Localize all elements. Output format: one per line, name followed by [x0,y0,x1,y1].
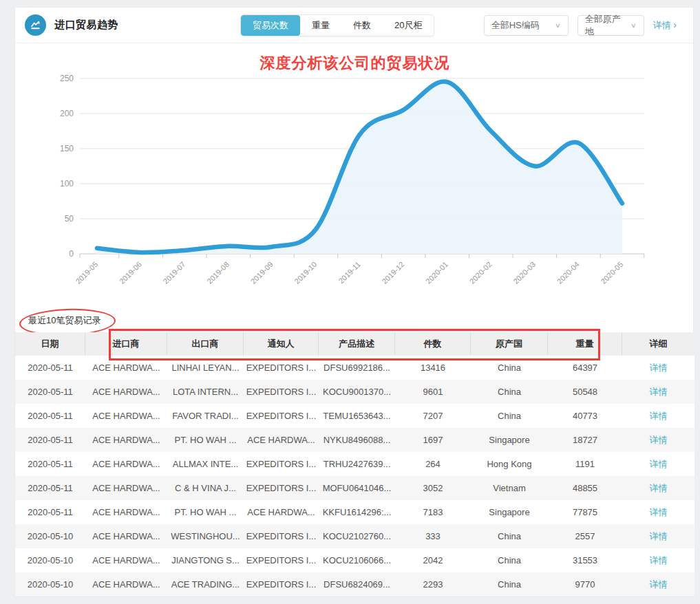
cell-notify: EXPEDITORS I... [244,476,319,500]
hs-code-select[interactable]: 全部HS编码 ∨ [484,15,569,36]
cell-exporter: PT. HO WAH ... [167,428,244,452]
table-row: 2020-05-10ACE HARDWA...ACE TRADING...EXP… [15,572,694,596]
cell-product: KKFU1614296:... [319,500,395,524]
cell-qty: 7207 [395,404,471,428]
cell-weight: 18727 [548,428,622,452]
cell-product: TRHU2427639... [319,452,395,476]
x-axis-tick-label: 2019-09 [249,260,275,285]
table-header-row: 日期 进口商 出口商 通知人 产品描述 件数 原产国 重量 详细 [15,332,694,356]
tab-trade-count[interactable]: 贸易次数 [241,15,300,36]
cell-weight: 9770 [548,572,622,596]
cell-product: KOCU2102760... [319,524,395,548]
row-detail-link[interactable]: 详情 [622,404,694,428]
tab-quantity[interactable]: 件数 [341,15,383,36]
col-header-date: 日期 [15,332,85,356]
area-fill [97,82,622,254]
cell-exporter: WESTINGHOU... [167,524,244,548]
cell-weight: 40773 [548,404,622,428]
cell-origin: Singapore [471,500,548,524]
header-detail-link[interactable]: 详情 › [653,19,677,32]
cell-exporter: ALLMAX INTE... [167,452,244,476]
col-header-importer: 进口商 [85,332,167,356]
cell-importer: ACE HARDWA... [85,380,167,404]
row-detail-link[interactable]: 详情 [622,452,694,476]
row-detail-link[interactable]: 详情 [622,428,694,452]
y-axis-tick-label: 150 [60,144,74,153]
col-header-detail: 详细 [622,332,694,356]
x-axis-tick-label: 2019-12 [380,260,405,285]
origin-select[interactable]: 全部原产地 ∨ [577,15,644,36]
row-detail-link[interactable]: 详情 [622,356,694,380]
x-axis-tick-label: 2020-02 [468,260,494,285]
x-axis-tick-label: 2019-08 [205,260,231,285]
cell-product: DFSU6824069... [319,572,395,596]
tab-weight[interactable]: 重量 [300,15,341,36]
cell-exporter: LINHAI LEYAN... [167,356,244,380]
metric-tab-group: 贸易次数 重量 件数 20尺柜 [240,14,434,36]
cell-origin: China [471,356,548,380]
cell-product: MOFU0641046... [319,476,395,500]
cell-product: KOCU9001370... [319,380,395,404]
cell-weight: 1191 [548,452,622,476]
hs-code-select-value: 全部HS编码 [491,19,540,32]
tab-teu[interactable]: 20尺柜 [383,15,434,36]
cell-origin: Vietnam [471,476,548,500]
x-axis-tick-label: 2020-01 [424,260,449,285]
table-row: 2020-05-11ACE HARDWA...FAVOR TRADI...EXP… [15,404,694,428]
cell-exporter: LOTA INTERN... [167,380,244,404]
y-axis-tick-label: 250 [60,74,74,83]
cell-origin: Singapore [471,428,548,452]
header-detail-label: 详情 [653,20,671,30]
table-row: 2020-05-10ACE HARDWA...WESTINGHOU...EXPE… [15,524,694,548]
cell-origin: China [471,548,548,572]
cell-weight: 50548 [548,380,622,404]
cell-product: KOCU2106066... [319,548,395,572]
row-detail-link[interactable]: 详情 [622,548,694,572]
table-row: 2020-05-11ACE HARDWA...ALLMAX INTE...EXP… [15,452,694,476]
cell-date: 2020-05-11 [15,452,85,476]
cell-exporter: PT. HO WAH ... [167,500,244,524]
row-detail-link[interactable]: 详情 [622,524,694,548]
row-detail-link[interactable]: 详情 [622,476,694,500]
cell-origin: China [471,404,548,428]
y-axis-tick-label: 0 [69,249,74,259]
cell-importer: ACE HARDWA... [85,428,167,452]
col-header-product: 产品描述 [319,332,395,356]
cell-product: DFSU6992186... [319,356,395,380]
cell-qty: 2042 [395,548,471,572]
cell-notify: ACE HARDWA... [244,428,319,452]
cell-qty: 333 [395,524,471,548]
header-filters: 全部HS编码 ∨ 全部原产地 ∨ 详情 › [484,15,677,36]
cell-product: NYKU8496088... [319,428,395,452]
table-caption: 最近10笔贸易记录 [28,314,100,327]
cell-weight: 64397 [548,356,622,380]
trend-line-icon [25,14,46,36]
row-detail-link[interactable]: 详情 [622,572,694,596]
cell-exporter: JIANGTONG S... [167,548,244,572]
cell-notify: ACE HARDWA... [244,500,319,524]
cell-date: 2020-05-11 [15,404,85,428]
cell-qty: 264 [395,452,471,476]
y-axis-tick-label: 50 [65,214,74,224]
row-detail-link[interactable]: 详情 [622,500,694,524]
chevron-down-icon: ∨ [555,22,561,30]
cell-weight: 48855 [548,476,622,500]
col-header-exporter: 出口商 [167,332,244,356]
trend-chart: 深度分析该公司的贸易状况 0501001502002502019-052019-… [15,43,694,313]
import-trend-card: 进口贸易趋势 贸易次数 重量 件数 20尺柜 全部HS编码 ∨ 全部原产地 ∨ … [14,7,694,597]
row-detail-link[interactable]: 详情 [622,380,694,404]
cell-date: 2020-05-11 [15,380,85,404]
red-annotation-title: 深度分析该公司的贸易状况 [15,53,694,74]
card-header: 进口贸易趋势 贸易次数 重量 件数 20尺柜 全部HS编码 ∨ 全部原产地 ∨ … [15,8,693,43]
page-title: 进口贸易趋势 [54,19,118,32]
cell-exporter: ACE TRADING... [167,572,244,596]
cell-exporter: C & H VINA J... [167,476,244,500]
cell-product: TEMU1653643... [319,404,395,428]
col-header-weight: 重量 [548,332,622,356]
cell-date: 2020-05-11 [15,476,85,500]
table-row: 2020-05-11ACE HARDWA...PT. HO WAH ...ACE… [15,428,694,452]
chevron-down-icon: ∨ [630,22,637,30]
y-axis-tick-label: 100 [60,179,74,188]
cell-date: 2020-05-10 [15,524,85,548]
cell-notify: EXPEDITORS I... [244,452,319,476]
